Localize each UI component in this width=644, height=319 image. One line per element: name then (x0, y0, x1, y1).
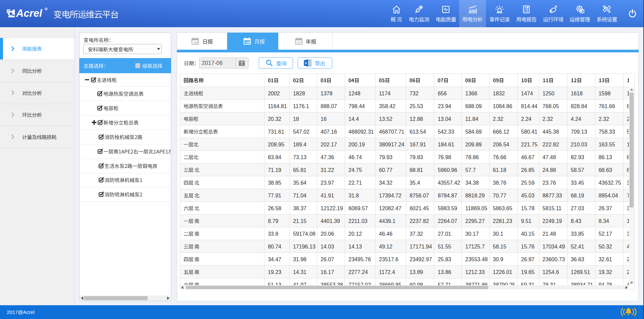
svg-text:+1d: +1d (193, 41, 198, 44)
svg-text:X: X (305, 61, 307, 65)
svg-text:+1M: +1M (244, 41, 250, 44)
svg-text:+1Y: +1Y (296, 41, 302, 44)
